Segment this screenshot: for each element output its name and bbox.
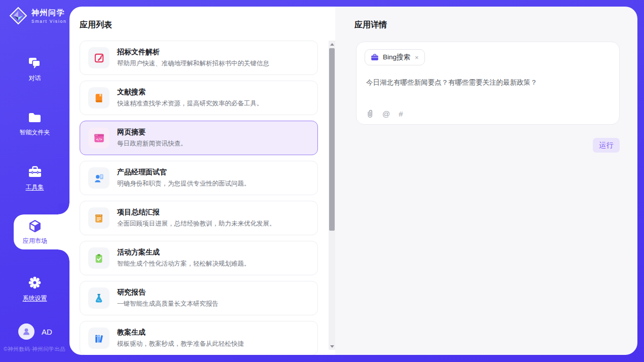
app-card-research-report[interactable]: 研究报告 一键智能生成高质量长文本研究报告 bbox=[80, 281, 318, 315]
sidebar-item-label: 对话 bbox=[0, 74, 69, 83]
diamond-logo-icon bbox=[9, 7, 27, 25]
app-desc: 每日政府新闻资讯快查。 bbox=[117, 139, 187, 148]
sidebar-item-label: 应用市场 bbox=[23, 237, 47, 245]
folder-icon bbox=[28, 112, 42, 124]
toolbox-icon bbox=[28, 166, 42, 178]
user-account[interactable]: AD bbox=[18, 323, 52, 340]
cube-icon bbox=[28, 219, 42, 233]
app-desc: 快速精准查找学术资源，提高研究效率的必备工具。 bbox=[117, 99, 263, 108]
chip-close-icon[interactable]: × bbox=[415, 54, 419, 61]
app-list-title: 应用列表 bbox=[80, 20, 112, 30]
icon-box bbox=[88, 167, 110, 189]
app-card-lesson-plan[interactable]: 教案生成 模板驱动，教案秒成，教学准备从此轻松快捷 bbox=[80, 321, 318, 355]
brand-title: 神州问学 bbox=[31, 8, 67, 18]
user-name: AD bbox=[42, 328, 52, 336]
brand-subtitle: Smart Vision bbox=[31, 19, 67, 24]
icon-box bbox=[88, 47, 110, 68]
app-title: 项目总结汇报 bbox=[117, 208, 276, 217]
briefcase-icon bbox=[371, 54, 379, 61]
sidebar-item-label: 工具集 bbox=[0, 183, 69, 192]
scrollbar-down-arrow[interactable] bbox=[329, 343, 335, 350]
sidebar-item-settings[interactable]: 系统设置 bbox=[0, 276, 69, 303]
sidebar-item-chat[interactable]: 对话 bbox=[0, 57, 69, 83]
interviewer-icon bbox=[94, 173, 104, 184]
app-desc: 智能生成个性化活动方案，轻松解决规划难题。 bbox=[117, 260, 251, 268]
app-desc: 一键智能生成高质量长文本研究报告 bbox=[117, 300, 219, 308]
app-title: 产品经理面试官 bbox=[117, 168, 251, 177]
sidebar-item-app-market-active[interactable]: 应用市场 bbox=[14, 214, 69, 249]
app-detail-title: 应用详情 bbox=[354, 20, 387, 30]
app-title: 活动方案生成 bbox=[117, 248, 251, 257]
app-card-webpage-summary-selected[interactable]: </> 网页摘要 每日政府新闻资讯快查。 bbox=[80, 121, 318, 155]
brand-logo: 神州问学 Smart Vision bbox=[9, 7, 67, 25]
list-scrollbar[interactable] bbox=[329, 41, 335, 350]
sidebar-item-label: 智能文件夹 bbox=[0, 128, 69, 137]
icon-box bbox=[88, 247, 110, 269]
sidebar-item-toolset[interactable]: 工具集 bbox=[0, 166, 69, 192]
app-detail-panel: 应用详情 Bing搜索 × 今日湖北有哪些新闻要点？有哪些需要关注的最新政策？ … bbox=[335, 7, 637, 355]
app-desc: 全面回顾项目进展，总结经验教训，助力未来优化发展。 bbox=[117, 220, 276, 228]
edit-document-icon bbox=[94, 53, 104, 63]
composer-card[interactable]: Bing搜索 × 今日湖北有哪些新闻要点？有哪些需要关注的最新政策？ @ # bbox=[356, 42, 620, 125]
scrollbar-thumb[interactable] bbox=[329, 48, 335, 231]
avatar bbox=[18, 323, 34, 340]
notepad-icon bbox=[94, 213, 104, 224]
app-card-pm-interviewer[interactable]: 产品经理面试官 明确身份和职责，为您提供专业性的面试问题。 bbox=[80, 161, 318, 195]
tool-chip-bing-search[interactable]: Bing搜索 × bbox=[365, 49, 425, 65]
research-report-icon bbox=[94, 293, 104, 304]
scrollbar-up-arrow[interactable] bbox=[329, 41, 335, 48]
tool-chip-label: Bing搜索 bbox=[383, 53, 410, 62]
app-card-bid-document[interactable]: 招标文件解析 帮助用户快速、准确地理解和解析招标书中的关键信息 bbox=[80, 41, 318, 75]
svg-text:</>: </> bbox=[96, 137, 102, 141]
app-card-event-plan[interactable]: 活动方案生成 智能生成个性化活动方案，轻松解决规划难题。 bbox=[80, 241, 318, 275]
chat-icon bbox=[28, 57, 42, 69]
paperclip-icon[interactable] bbox=[366, 110, 374, 118]
books-icon bbox=[94, 333, 104, 344]
icon-box bbox=[88, 287, 110, 309]
copyright-footer: ©神州数码·神州问学出品 bbox=[4, 346, 69, 353]
app-title: 教案生成 bbox=[117, 328, 244, 337]
app-desc: 模板驱动，教案秒成，教学准备从此轻松快捷 bbox=[117, 340, 244, 348]
content-frame: 应用列表 招标文件解析 帮助用户快速、准确地理解和解析招标书中的关键信息 bbox=[69, 7, 637, 355]
app-title: 文献搜索 bbox=[117, 88, 263, 97]
icon-box bbox=[88, 328, 110, 349]
sidebar-item-label: 系统设置 bbox=[0, 294, 69, 303]
hash-icon[interactable]: # bbox=[399, 110, 403, 118]
person-icon bbox=[22, 327, 31, 336]
app-list: 招标文件解析 帮助用户快速、准确地理解和解析招标书中的关键信息 文献搜索 快速精… bbox=[80, 41, 318, 355]
app-title: 研究报告 bbox=[117, 288, 219, 297]
webpage-code-icon: </> bbox=[94, 133, 104, 143]
icon-box: </> bbox=[88, 127, 110, 149]
app-card-project-summary[interactable]: 项目总结汇报 全面回顾项目进展，总结经验教训，助力未来优化发展。 bbox=[80, 201, 318, 235]
app-desc: 明确身份和职责，为您提供专业性的面试问题。 bbox=[117, 179, 251, 188]
app-title: 网页摘要 bbox=[117, 128, 187, 137]
app-desc: 帮助用户快速、准确地理解和解析招标书中的关键信息 bbox=[117, 59, 269, 68]
gear-icon bbox=[28, 276, 42, 289]
icon-box bbox=[88, 87, 110, 108]
app-list-panel: 应用列表 招标文件解析 帮助用户快速、准确地理解和解析招标书中的关键信息 bbox=[69, 7, 335, 355]
clipboard-check-icon bbox=[94, 253, 104, 264]
app-card-literature-search[interactable]: 文献搜索 快速精准查找学术资源，提高研究效率的必备工具。 bbox=[80, 81, 318, 115]
icon-box bbox=[88, 207, 110, 229]
query-text[interactable]: 今日湖北有哪些新闻要点？有哪些需要关注的最新政策？ bbox=[366, 78, 610, 88]
composer-toolbar: @ # bbox=[366, 110, 403, 118]
book-icon bbox=[94, 93, 104, 103]
sidebar: 神州问学 Smart Vision 对话 智能文件夹 工具集 bbox=[0, 0, 69, 355]
app-title: 招标文件解析 bbox=[117, 48, 269, 57]
at-icon[interactable]: @ bbox=[382, 110, 390, 118]
sidebar-item-smart-folder[interactable]: 智能文件夹 bbox=[0, 112, 69, 137]
run-button[interactable]: 运行 bbox=[593, 138, 620, 153]
